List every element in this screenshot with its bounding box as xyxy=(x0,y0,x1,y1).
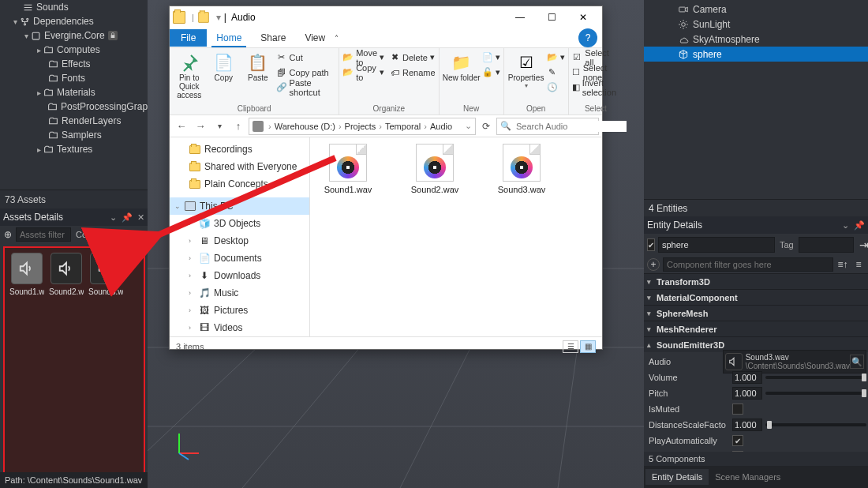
add-asset-button[interactable]: ⊕ xyxy=(0,229,16,240)
nav-desktop[interactable]: ›🖥Desktop xyxy=(170,232,309,250)
close-button[interactable]: ✕ xyxy=(567,6,599,28)
play-auto-checkbox[interactable]: ✔ xyxy=(732,435,743,446)
file-explorer-window[interactable]: | ▾ | Audio — ☐ ✕ File Home Share View ˄… xyxy=(169,6,603,350)
tag-input[interactable] xyxy=(799,237,854,253)
open-button[interactable]: 📂▾ xyxy=(547,50,565,65)
component-sphere-mesh[interactable]: ▾SphereMesh xyxy=(644,305,868,321)
explorer-titlebar[interactable]: | ▾ | Audio — ☐ ✕ xyxy=(170,6,602,28)
component-filter-input[interactable] xyxy=(663,257,833,272)
copy-to-button[interactable]: 📂Copy to ▾ xyxy=(342,65,384,80)
chevron-down-icon[interactable]: ⌄ xyxy=(110,212,117,223)
nav-plain[interactable]: Plain Concepts xyxy=(170,175,309,193)
paste-button[interactable]: 📋Paste xyxy=(241,50,275,84)
filter-up-icon[interactable]: ≡↑ xyxy=(836,259,849,270)
tree-item[interactable]: ▸Textures xyxy=(3,142,148,156)
asset-item[interactable]: Sound3.w xyxy=(88,253,123,469)
asset-item[interactable]: Sound1.w xyxy=(9,253,44,469)
hierarchy-sunlight[interactable]: SunLight xyxy=(644,17,868,32)
hierarchy-camera[interactable]: Camera xyxy=(644,2,868,17)
close-icon[interactable]: ✕ xyxy=(137,212,144,223)
ribbon-collapse-icon[interactable]: ˄ xyxy=(335,34,339,43)
up-button[interactable]: ↑ xyxy=(230,118,247,135)
refresh-button[interactable]: ⟳ xyxy=(477,121,495,132)
maximize-button[interactable]: ☐ xyxy=(536,6,567,28)
columns-toggle[interactable]: Columns xyxy=(76,230,110,239)
view-details-button[interactable]: ☰ xyxy=(563,340,578,353)
chevron-down-icon[interactable]: ⌄ xyxy=(842,220,849,230)
tree-item[interactable]: PostProcessingGraphs xyxy=(3,99,148,114)
menu-file[interactable]: File xyxy=(170,29,207,47)
breadcrumb[interactable]: ›Warehouse (D:) ›Projects ›Temporal ›Aud… xyxy=(249,118,476,135)
component-transform3d[interactable]: ▾Transform3D xyxy=(644,273,868,289)
tree-item[interactable]: Samplers xyxy=(3,128,148,142)
add-component-button[interactable]: + xyxy=(647,258,660,271)
tab-scene-managers[interactable]: Scene Managers xyxy=(709,469,787,485)
pin-icon[interactable]: 📌 xyxy=(854,220,865,230)
nav-music[interactable]: ›🎵Music xyxy=(170,284,309,302)
hierarchy-sphere[interactable]: sphere xyxy=(644,47,868,62)
explorer-nav-tree[interactable]: Recordings Shared with Everyone Plain Co… xyxy=(170,137,310,336)
file-item[interactable]: Sound2.wav xyxy=(403,144,466,194)
volume-input[interactable] xyxy=(732,371,762,384)
edit-button[interactable]: ✎ xyxy=(547,65,565,80)
new-item-button[interactable]: 📄▾ xyxy=(482,50,500,65)
nav-downloads[interactable]: ›⬇Downloads xyxy=(170,267,309,284)
explorer-search[interactable]: 🔍 xyxy=(496,118,599,135)
recent-button[interactable]: ▾ xyxy=(211,118,228,135)
history-button[interactable]: 🕓 xyxy=(547,80,565,95)
asset-grid[interactable]: Sound1.w Sound2.w Sound3.w xyxy=(3,246,145,475)
help-button[interactable]: ? xyxy=(578,28,597,47)
file-item[interactable]: Sound3.wav xyxy=(490,144,553,194)
tree-item[interactable]: Effects xyxy=(3,57,148,71)
invert-selection-button[interactable]: ◧Invert selection xyxy=(572,80,619,95)
new-folder-button[interactable]: 📁New folder xyxy=(443,50,481,84)
pitch-input[interactable] xyxy=(732,387,762,400)
nav-this-pc[interactable]: ⌄This PC xyxy=(170,197,309,215)
pin-quick-access-button[interactable]: Pin to Quick access xyxy=(173,50,206,101)
tree-core[interactable]: ▾Evergine.Core xyxy=(3,28,148,43)
view-icons-button[interactable]: ▦ xyxy=(580,340,596,353)
volume-slider[interactable] xyxy=(765,376,866,379)
nav-3d[interactable]: ›🧊3D Objects xyxy=(170,215,309,232)
minimize-button[interactable]: — xyxy=(504,6,536,28)
hierarchy-sky[interactable]: SkyAtmosphere xyxy=(644,32,868,47)
cut-button[interactable]: ✂Cut xyxy=(276,50,336,65)
easy-access-button[interactable]: 🔓▾ xyxy=(482,65,500,80)
browse-audio-button[interactable]: 🔍 xyxy=(850,355,864,369)
menu-view[interactable]: View xyxy=(295,29,335,47)
forward-button[interactable]: → xyxy=(192,118,209,135)
assets-filter-input[interactable] xyxy=(16,227,71,242)
nav-documents[interactable]: ›📄Documents xyxy=(170,250,309,267)
rename-button[interactable]: 🏷Rename xyxy=(389,65,436,80)
properties-button[interactable]: ☑Properties▾ xyxy=(507,50,545,91)
tree-item[interactable]: ▸Computes xyxy=(3,43,148,57)
pin-icon[interactable]: 📌 xyxy=(122,212,133,223)
menu-home[interactable]: Home xyxy=(207,29,251,47)
menu-share[interactable]: Share xyxy=(251,29,295,47)
back-button[interactable]: ← xyxy=(173,118,190,135)
nav-shared[interactable]: Shared with Everyone xyxy=(170,158,309,175)
nav-pictures[interactable]: ›🖼Pictures xyxy=(170,302,309,319)
nav-recordings[interactable]: Recordings xyxy=(170,141,309,158)
tree-item[interactable]: ▸Materials xyxy=(3,85,148,99)
copy-button[interactable]: 📄Copy xyxy=(208,50,241,84)
dsf-input[interactable] xyxy=(732,419,762,431)
nav-videos[interactable]: ›🎞Videos xyxy=(170,319,309,336)
file-item[interactable]: Sound1.wav xyxy=(316,144,380,194)
tree-deps[interactable]: ▾Dependencies xyxy=(3,14,148,28)
filter-settings-icon[interactable]: ≡ xyxy=(852,259,865,270)
delete-button[interactable]: ✖Delete ▾ xyxy=(389,50,436,65)
entity-enabled-checkbox[interactable]: ✔ xyxy=(647,238,655,251)
component-mesh-renderer[interactable]: ▾MeshRenderer xyxy=(644,321,868,336)
tree-sounds[interactable]: Sounds xyxy=(3,0,148,14)
export-button[interactable]: ⇥ xyxy=(857,238,868,251)
tree-item[interactable]: Fonts xyxy=(3,71,148,85)
explorer-file-area[interactable]: Sound1.wav Sound2.wav Sound3.wav xyxy=(310,137,602,336)
paste-shortcut-button[interactable]: 🔗Paste shortcut xyxy=(276,80,336,95)
dsf-slider[interactable] xyxy=(765,423,866,426)
pitch-slider[interactable] xyxy=(765,392,866,395)
axis-gizmo[interactable] xyxy=(171,430,203,461)
audio-asset-slot[interactable]: Sound3.wav\Content\Sounds\Sound3.wav 🔍 xyxy=(723,350,866,374)
tab-entity-details[interactable]: Entity Details xyxy=(645,469,709,485)
entity-name-input[interactable] xyxy=(658,237,775,253)
